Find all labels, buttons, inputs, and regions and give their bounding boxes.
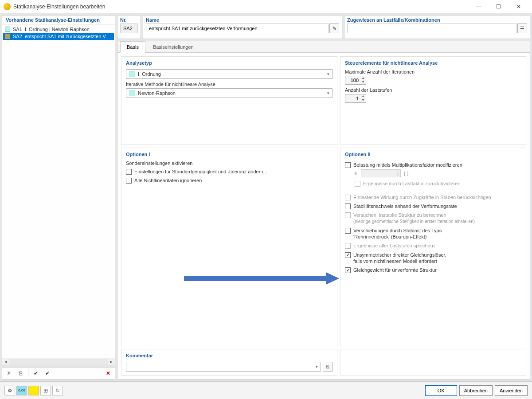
decimals-button[interactable]: 0,00 [16, 386, 27, 395]
bourdon-label: Verschiebungen durch Stablast des Typs '… [353, 227, 442, 240]
settings-list[interactable]: SA1 I. Ordnung | Newton-Raphson SA2 ents… [2, 25, 115, 358]
ok-button[interactable]: OK [425, 385, 457, 396]
try-unstable-checkbox [345, 212, 351, 218]
step-up-icon[interactable]: ▲ [360, 76, 366, 80]
comment-section: Kommentar ▾ ⎘ [121, 349, 337, 376]
assigned-field[interactable] [347, 23, 516, 33]
k-unit: [-] [404, 171, 409, 176]
method-color-icon [129, 90, 135, 96]
name-field[interactable] [146, 23, 329, 33]
units-button[interactable]: ⚙ [4, 386, 15, 395]
load-steps-input[interactable] [345, 96, 360, 101]
comment-copy-button[interactable]: ⎘ [323, 362, 332, 372]
stability-check-checkbox[interactable] [345, 203, 351, 209]
max-iterations-stepper[interactable]: ▲ ▼ [345, 76, 366, 85]
tension-relief-checkbox [345, 195, 351, 200]
std-accuracy-checkbox[interactable] [126, 169, 132, 175]
assigned-label: Zugewiesen an Lastfälle/Kombinationen [344, 16, 530, 23]
edit-name-button[interactable]: ✎ [329, 23, 339, 33]
minimize-button[interactable]: — [469, 0, 489, 13]
tabs-panel: Basis Basiseinstellungen Analysetyp I. O… [117, 41, 530, 379]
reset-button[interactable]: ↻ [52, 386, 63, 395]
iterative-method-label: Iterative Methode für nichtlineare Analy… [126, 82, 332, 87]
list-item[interactable]: SA1 I. Ordnung | Newton-Raphson [3, 26, 114, 33]
assigned-browse-button[interactable]: ☰ [517, 23, 527, 33]
unsym-solver-label: Unsymmetrischer direkter Gleichungslöser… [353, 252, 446, 265]
unsym-solver-checkbox[interactable] [345, 252, 351, 258]
nr-panel: Nr. [117, 15, 141, 39]
copy-item-button[interactable]: ⎘ [16, 368, 25, 378]
item-color-icon [5, 27, 10, 32]
nr-label: Nr. [117, 16, 141, 23]
tab-basis[interactable]: Basis [120, 41, 145, 53]
max-iterations-input[interactable] [345, 78, 360, 83]
check-b-button[interactable]: ✔ [43, 368, 52, 378]
item-name: entspricht SA1 mit zurückgesetzten V [25, 34, 106, 39]
ignore-nonlin-label: Alle Nichtlinearitäten ignorieren [134, 177, 202, 184]
maximize-button[interactable]: ☐ [489, 0, 509, 13]
options-1-header: Optionen I [126, 152, 332, 157]
dialog-bottom-bar: ⚙ 0,00 ⊞ ↻ OK Abbrechen Anwenden [0, 381, 532, 399]
list-toolbar: ✳ ⎘ ✔ ✔ ✕ [2, 367, 115, 379]
std-accuracy-label: Einstellungen für Standardgenauigkeit un… [134, 168, 267, 175]
separator [28, 369, 28, 377]
load-steps-stepper[interactable]: ▲ ▼ [345, 94, 366, 103]
options-1-section: Optionen I Sondereinstellungen aktiviere… [121, 148, 337, 346]
step-down-icon[interactable]: ▼ [360, 98, 366, 102]
step-down-icon: ▼ [396, 173, 400, 177]
cancel-button[interactable]: Abbrechen [459, 385, 493, 396]
window-title: Statikanalyse-Einstellungen bearbeiten [13, 4, 469, 10]
stability-check-label: Stabiliätsnachweis anhand der Verformung… [353, 203, 457, 209]
divide-results-label: Ergebnisse durch Lastfaktor zurückdividi… [363, 180, 461, 187]
item-color-icon [5, 34, 10, 39]
comment-dropdown[interactable]: ▾ [126, 362, 321, 372]
iterative-method-value: Newton-Raphson [138, 90, 327, 96]
equilib-undeformed-checkbox[interactable] [345, 267, 351, 273]
tab-basiseinstellungen[interactable]: Basiseinstellungen [146, 41, 200, 52]
special-settings-label: Sondereinstellungen aktivieren [126, 160, 332, 166]
app-icon [4, 3, 11, 10]
step-down-icon[interactable]: ▼ [360, 80, 366, 84]
apply-button[interactable]: Anwenden [495, 385, 528, 396]
scroll-left-icon[interactable]: ◄ [2, 359, 9, 365]
graphic-button[interactable]: ⊞ [40, 386, 51, 395]
check-a-button[interactable]: ✔ [31, 368, 41, 378]
nonlinear-controls-header: Steuerelemente für nichtlineare Analyse [345, 60, 521, 66]
item-name: I. Ordnung | Newton-Raphson [25, 27, 90, 32]
load-mult-label: Belastung mittels Multiplikationsfaktor … [353, 162, 462, 168]
equilib-undeformed-label: Gleichgewicht für unverformte Struktur [353, 267, 437, 273]
max-iterations-label: Maximale Anzahl der Iterationen [345, 69, 521, 74]
chevron-down-icon: ▾ [327, 91, 329, 95]
horizontal-scrollbar[interactable]: ◄ ► [2, 358, 115, 365]
new-item-button[interactable]: ✳ [4, 368, 14, 378]
name-label: Name [143, 16, 342, 23]
step-up-icon[interactable]: ▲ [360, 94, 366, 98]
iterative-method-dropdown[interactable]: Newton-Raphson ▾ [126, 88, 332, 98]
color-button[interactable] [28, 386, 39, 395]
type-color-icon [129, 71, 135, 77]
scroll-right-icon[interactable]: ► [108, 359, 115, 365]
try-unstable-label: Versuchen, instabile Struktur zu berechn… [353, 212, 475, 225]
item-code: SA2 [13, 34, 22, 39]
analysis-type-dropdown[interactable]: I. Ordnung ▾ [126, 69, 332, 79]
existing-settings-panel: Vorhandene Statikanalyse-Einstellungen S… [2, 15, 115, 365]
save-all-steps-label: Ergebnisse aller Laststufen speichern [353, 243, 434, 249]
ignore-nonlin-checkbox[interactable] [126, 178, 132, 184]
analysis-type-section: Analysetyp I. Ordnung ▾ Iterative Method… [121, 56, 337, 145]
save-all-steps-checkbox [345, 243, 351, 249]
delete-button[interactable]: ✕ [103, 368, 113, 378]
tab-strip: Basis Basiseinstellungen [117, 41, 530, 53]
close-button[interactable]: ✕ [509, 0, 528, 13]
tension-relief-label: Entlastende Wirkung durch Zugkräfte in S… [353, 194, 491, 200]
scroll-track[interactable] [9, 359, 108, 365]
bourdon-checkbox[interactable] [345, 228, 351, 234]
divide-results-checkbox [355, 181, 360, 187]
nr-field[interactable] [120, 23, 138, 33]
nonlinear-controls-section: Steuerelemente für nichtlineare Analyse … [340, 56, 526, 145]
options-2-section: Optionen II Belastung mittels Multiplika… [340, 148, 526, 346]
load-mult-checkbox[interactable] [345, 162, 351, 168]
step-up-icon: ▲ [396, 170, 400, 173]
list-item[interactable]: SA2 entspricht SA1 mit zurückgesetzten V [3, 33, 114, 40]
title-bar: Statikanalyse-Einstellungen bearbeiten —… [0, 0, 532, 13]
k-stepper: ▲▼ [361, 169, 401, 177]
